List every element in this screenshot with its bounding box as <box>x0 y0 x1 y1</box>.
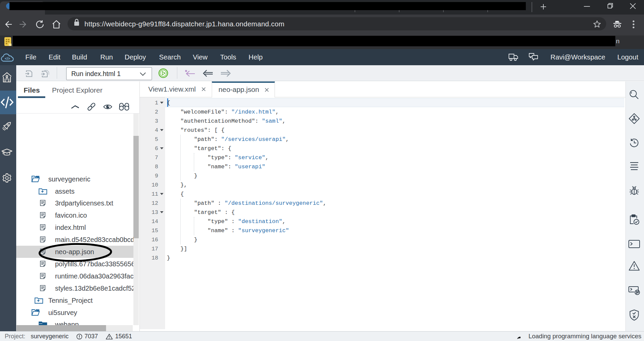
svg-text:</>: </> <box>5 56 10 60</box>
